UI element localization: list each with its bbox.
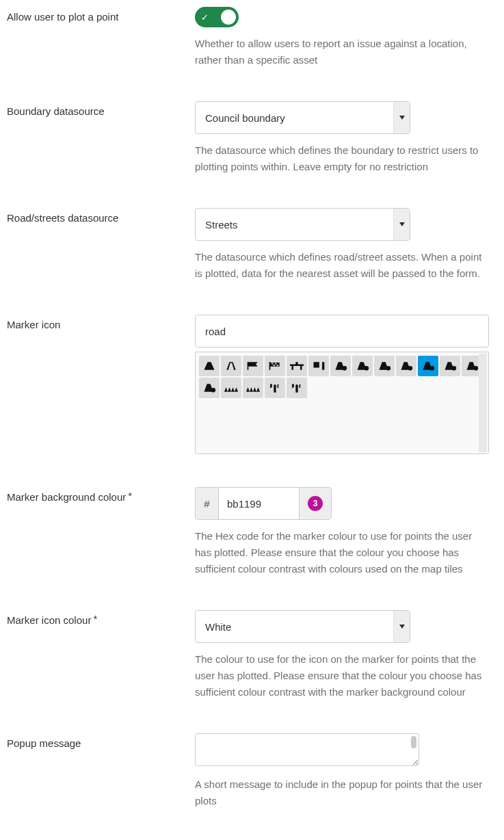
row-allow-plot: Allow user to plot a point ✓ Whether to … [7,7,497,68]
svg-point-1 [364,366,369,371]
flag-a-icon[interactable] [243,356,263,376]
scrollbar[interactable] [479,354,487,452]
popup-message-help: A short message to include in the popup … [195,776,489,809]
svg-point-7 [211,388,216,393]
colour-swatch-box[interactable]: 3 [300,488,331,519]
row-roads-datasource: Road/streets datasource Streets The data… [7,208,497,282]
marker-icon-colour-help: The colour to use for the icon on the ma… [195,651,489,700]
allow-plot-label: Allow user to plot a point [7,7,195,23]
row-marker-icon: Marker icon [7,315,497,454]
marker-bg-colour-group: # 3 [195,487,332,520]
row-popup-message: Popup message A short message to include… [7,733,497,809]
road-variant-e-icon[interactable] [440,356,460,376]
roads-label: Road/streets datasource [7,208,195,224]
required-asterisk: * [93,613,97,625]
svg-point-9 [295,384,297,386]
road-variant-c-icon[interactable] [374,356,395,376]
svg-point-3 [408,366,413,371]
marker-icon-search-input[interactable] [195,315,489,347]
chevron-down-icon [393,102,410,133]
roads-select[interactable]: Streets [195,208,410,241]
flag-b-icon[interactable] [265,356,285,376]
chevron-down-icon [393,611,410,642]
road-variant-selected-icon[interactable] [418,356,438,376]
marker-icon-label: Marker icon [7,315,195,330]
road-antenna-a-icon[interactable] [265,378,285,398]
svg-point-5 [452,366,457,371]
svg-point-2 [386,366,391,371]
boundary-select-value: Council boundary [196,102,393,133]
marker-icon-colour-select[interactable]: White [195,610,410,643]
svg-point-8 [274,384,276,386]
road-teeth-a-icon[interactable] [221,378,241,398]
road-variant-d-icon[interactable] [396,356,416,376]
marker-icon-colour-label: Marker icon colour* [7,610,195,626]
road-antenna-b-icon[interactable] [287,378,307,398]
roads-select-value: Streets [196,209,393,240]
allow-plot-help: Whether to allow users to report an issu… [195,36,489,68]
svg-point-0 [343,366,347,371]
popup-message-label: Popup message [7,733,195,749]
chevron-down-icon [393,209,410,240]
road-solid-icon[interactable] [199,356,220,376]
row-boundary-datasource: Boundary datasource Council boundary The… [7,101,497,175]
icon-picker-panel [195,352,489,454]
popup-message-textarea[interactable] [195,733,419,766]
required-asterisk: * [128,490,132,501]
marker-bg-help: The Hex code for the marker colour to us… [195,528,489,577]
road-variant-b-icon[interactable] [352,356,373,376]
road-bridge-icon[interactable] [287,356,307,376]
road-lock-icon[interactable] [199,378,220,398]
road-sign-icon[interactable] [308,356,329,376]
marker-bg-label: Marker background colour* [7,487,195,503]
marker-icon-colour-value: White [196,611,393,642]
svg-point-4 [430,366,435,371]
row-marker-bg-colour: Marker background colour* # 3 The Hex co… [7,487,497,577]
colour-swatch: 3 [308,496,323,511]
roads-help: The datasource which defines road/street… [195,249,489,282]
road-outline-icon[interactable] [221,356,241,376]
boundary-help: The datasource which defines the boundar… [195,142,489,175]
road-teeth-b-icon[interactable] [243,378,263,398]
toggle-knob [221,10,236,25]
hash-prefix: # [196,488,219,519]
svg-point-6 [474,366,479,371]
check-icon: ✓ [201,13,209,22]
row-marker-icon-colour: Marker icon colour* White The colour to … [7,610,497,700]
road-variant-a-icon[interactable] [330,356,351,376]
boundary-label: Boundary datasource [7,101,195,117]
marker-bg-hex-input[interactable] [219,488,300,519]
allow-plot-toggle[interactable]: ✓ [195,7,239,27]
boundary-select[interactable]: Council boundary [195,101,410,134]
